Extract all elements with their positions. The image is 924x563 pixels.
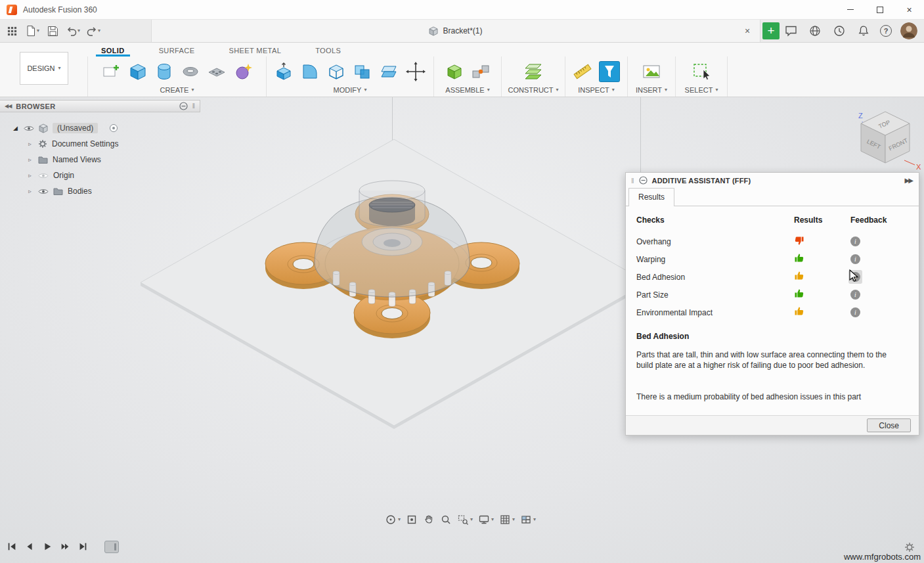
grid-snap-button[interactable]: ▾ (499, 514, 515, 526)
create-form-button[interactable] (233, 62, 253, 81)
avatar[interactable] (900, 22, 917, 39)
pan-button[interactable] (423, 514, 435, 526)
browser-item-named-views[interactable]: ▹ Named Views (0, 152, 200, 168)
eye-icon[interactable] (24, 125, 34, 132)
zoom-window-button[interactable]: ▾ (457, 514, 473, 526)
press-pull-button[interactable] (274, 62, 294, 81)
preferences-gear-button[interactable] (904, 542, 915, 552)
close-document-button[interactable]: × (741, 25, 753, 37)
skip-start-icon (7, 541, 17, 552)
create-dropdown[interactable]: CREATE▾ (160, 86, 194, 95)
viewport-canvas[interactable]: ◀◀ BROWSER ‖ ◢ (Unsaved) ▹ Document Sett… (0, 97, 924, 563)
construct-dropdown[interactable]: CONSTRUCT▾ (508, 86, 558, 95)
new-component-button[interactable] (445, 62, 464, 81)
info-icon[interactable]: i (850, 307, 860, 317)
check-label: Overhang (636, 237, 794, 246)
modify-dropdown[interactable]: MODIFY▾ (334, 86, 367, 95)
tab-sheet-metal[interactable]: SHEET METAL (223, 47, 286, 56)
browser-item-document-settings[interactable]: ▹ Document Settings (0, 136, 200, 152)
timeline-skip-end-button[interactable] (77, 541, 88, 552)
look-at-button[interactable] (406, 514, 418, 526)
document-tab[interactable]: Bracket*(1) × (151, 20, 760, 42)
expand-node-icon[interactable]: ▹ (26, 141, 33, 147)
magnifier-icon (440, 514, 452, 526)
timeline-step-forward-button[interactable] (60, 541, 70, 552)
panel-grip[interactable]: ‖ (631, 177, 634, 185)
create-torus-button[interactable] (181, 62, 200, 81)
create-pattern-button[interactable] (207, 62, 227, 81)
measure-button[interactable] (573, 62, 592, 81)
move-copy-button[interactable] (405, 61, 426, 82)
construct-plane-button[interactable] (523, 62, 543, 81)
timeline-position-marker[interactable] (104, 541, 119, 553)
notifications-button[interactable] (856, 22, 871, 39)
tab-tools[interactable]: TOOLS (310, 47, 346, 56)
info-icon[interactable]: i (850, 236, 860, 246)
info-hover-highlight: i (848, 270, 862, 284)
section-analysis-button[interactable] (599, 61, 620, 82)
tab-solid[interactable]: SOLID (96, 47, 130, 56)
minus-circle-icon[interactable] (639, 176, 648, 185)
browser-filter-button[interactable] (179, 102, 188, 110)
info-icon[interactable]: i (850, 290, 860, 300)
eye-icon[interactable] (38, 188, 49, 195)
timeline-skip-start-button[interactable] (7, 541, 17, 552)
group-construct: CONSTRUCT▾ (501, 56, 565, 97)
workspace-selector[interactable]: DESIGN ▾ (20, 52, 68, 85)
save-button[interactable] (45, 22, 60, 39)
tab-surface[interactable]: SURFACE (154, 47, 200, 56)
browser-item-bodies[interactable]: ▹ Bodies (0, 183, 200, 199)
tab-results[interactable]: Results (628, 188, 674, 206)
create-sketch-button[interactable] (102, 62, 121, 81)
browser-item-origin[interactable]: ▹ Origin (0, 168, 200, 183)
activate-component-radio[interactable] (109, 124, 118, 133)
help-button[interactable]: ? (880, 25, 892, 37)
create-cylinder-button[interactable] (154, 62, 174, 81)
undo-button[interactable]: ▾ (65, 22, 81, 39)
close-button[interactable]: Close (867, 418, 911, 432)
orbit-button[interactable]: ▾ (385, 514, 401, 526)
insert-image-button[interactable] (642, 62, 661, 81)
browser-root-row[interactable]: ◢ (Unsaved) (0, 120, 200, 136)
assemble-dropdown[interactable]: ASSEMBLE▾ (445, 86, 489, 95)
combine-button[interactable] (353, 62, 372, 81)
shell-button[interactable] (326, 62, 346, 81)
new-document-tab-button[interactable]: + (762, 22, 780, 39)
offset-plane-button[interactable] (379, 62, 399, 81)
joint-button[interactable] (471, 62, 491, 81)
eye-off-icon[interactable] (38, 172, 49, 179)
timeline-play-button[interactable] (42, 541, 53, 552)
info-icon[interactable]: i (850, 272, 860, 282)
thumb-icon (794, 253, 804, 263)
collaboration-button[interactable] (807, 22, 823, 39)
minimize-button[interactable] (835, 0, 865, 19)
info-icon[interactable]: i (850, 254, 860, 264)
fillet-button[interactable] (300, 62, 320, 81)
viewports-button[interactable]: ▾ (520, 514, 536, 526)
expand-node-icon[interactable]: ▹ (26, 172, 33, 179)
create-box-button[interactable] (128, 62, 148, 81)
zoom-button[interactable] (440, 514, 452, 526)
select-tool-button[interactable] (692, 62, 711, 81)
select-dropdown[interactable]: SELECT▾ (685, 86, 718, 95)
job-status-button[interactable] (831, 22, 847, 39)
close-window-button[interactable]: × (894, 0, 924, 19)
expand-node-icon[interactable]: ▹ (26, 188, 33, 194)
collapse-node-icon[interactable]: ◢ (12, 125, 19, 131)
collapse-browser-button[interactable]: ◀◀ (5, 103, 11, 109)
timeline-step-back-button[interactable] (24, 541, 35, 552)
view-cube[interactable]: Z TOP LEFT FRONT X (849, 104, 923, 175)
expand-node-icon[interactable]: ▹ (26, 156, 33, 163)
app-grid-button[interactable] (4, 22, 20, 39)
redo-button[interactable]: ▾ (85, 22, 101, 39)
comments-button[interactable] (783, 22, 799, 39)
assistant-tabbar: Results (626, 188, 919, 206)
expand-panel-button[interactable]: ▶▶ (905, 177, 913, 184)
file-menu-button[interactable]: ▾ (24, 22, 40, 39)
insert-dropdown[interactable]: INSERT▾ (636, 86, 667, 95)
display-settings-button[interactable]: ▾ (478, 514, 494, 526)
inspect-dropdown[interactable]: INSPECT▾ (578, 86, 615, 95)
maximize-button[interactable] (865, 0, 894, 19)
panel-grip[interactable]: ‖ (192, 102, 195, 110)
chevron-down-icon: ▾ (487, 87, 490, 93)
